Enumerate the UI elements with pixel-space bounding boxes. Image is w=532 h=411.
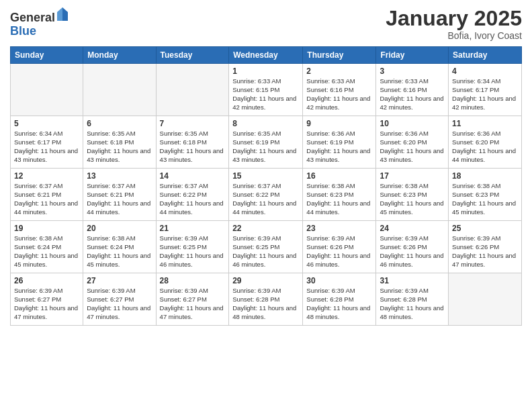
calendar-cell: 20Sunrise: 6:38 AM Sunset: 6:24 PM Dayli… — [83, 221, 156, 273]
day-info: Sunrise: 6:33 AM Sunset: 6:15 PM Dayligh… — [232, 77, 299, 111]
calendar-cell: 10Sunrise: 6:36 AM Sunset: 6:20 PM Dayli… — [376, 116, 449, 169]
location: Bofia, Ivory Coast — [386, 30, 522, 41]
day-info: Sunrise: 6:36 AM Sunset: 6:20 PM Dayligh… — [380, 130, 445, 164]
calendar-cell: 13Sunrise: 6:37 AM Sunset: 6:21 PM Dayli… — [83, 169, 156, 221]
day-number: 2 — [306, 66, 372, 76]
calendar-cell: 23Sunrise: 6:39 AM Sunset: 6:26 PM Dayli… — [303, 221, 376, 273]
calendar-cell: 2Sunrise: 6:33 AM Sunset: 6:16 PM Daylig… — [303, 64, 376, 116]
day-info: Sunrise: 6:39 AM Sunset: 6:27 PM Dayligh… — [160, 287, 226, 321]
day-info: Sunrise: 6:35 AM Sunset: 6:19 PM Dayligh… — [232, 130, 299, 164]
week-row-3: 12Sunrise: 6:37 AM Sunset: 6:21 PM Dayli… — [11, 169, 522, 221]
day-info: Sunrise: 6:39 AM Sunset: 6:26 PM Dayligh… — [452, 234, 518, 269]
calendar-header-row: SundayMondayTuesdayWednesdayThursdayFrid… — [11, 47, 522, 64]
day-info: Sunrise: 6:33 AM Sunset: 6:16 PM Dayligh… — [306, 77, 372, 111]
day-info: Sunrise: 6:37 AM Sunset: 6:22 PM Dayligh… — [232, 182, 299, 216]
day-number: 11 — [452, 119, 518, 128]
header: General Blue January 2025 Bofia, Ivory C… — [10, 7, 522, 41]
day-number: 20 — [87, 224, 152, 233]
calendar-cell: 19Sunrise: 6:38 AM Sunset: 6:24 PM Dayli… — [11, 221, 83, 273]
day-number: 25 — [452, 224, 518, 233]
calendar-cell: 6Sunrise: 6:35 AM Sunset: 6:18 PM Daylig… — [83, 116, 156, 169]
calendar-cell — [156, 64, 229, 116]
day-number: 3 — [380, 66, 445, 76]
calendar-cell: 31Sunrise: 6:39 AM Sunset: 6:28 PM Dayli… — [376, 273, 449, 326]
day-number: 10 — [380, 119, 445, 128]
calendar-cell — [11, 64, 83, 116]
day-number: 30 — [306, 276, 372, 285]
day-number: 28 — [160, 276, 226, 285]
logo-general: General — [10, 11, 55, 24]
calendar-cell: 22Sunrise: 6:39 AM Sunset: 6:25 PM Dayli… — [229, 221, 303, 273]
day-info: Sunrise: 6:39 AM Sunset: 6:26 PM Dayligh… — [306, 234, 372, 269]
day-info: Sunrise: 6:37 AM Sunset: 6:22 PM Dayligh… — [160, 182, 226, 216]
calendar-cell: 7Sunrise: 6:35 AM Sunset: 6:18 PM Daylig… — [156, 116, 229, 169]
day-number: 22 — [232, 224, 299, 233]
calendar-cell: 5Sunrise: 6:34 AM Sunset: 6:17 PM Daylig… — [11, 116, 83, 169]
day-info: Sunrise: 6:39 AM Sunset: 6:27 PM Dayligh… — [14, 287, 79, 321]
day-number: 16 — [306, 171, 372, 181]
calendar-cell: 21Sunrise: 6:39 AM Sunset: 6:25 PM Dayli… — [156, 221, 229, 273]
day-number: 13 — [87, 171, 152, 181]
day-number: 31 — [380, 276, 445, 285]
day-number: 5 — [14, 119, 79, 128]
day-info: Sunrise: 6:38 AM Sunset: 6:23 PM Dayligh… — [380, 182, 445, 216]
day-number: 1 — [232, 66, 299, 76]
calendar-cell: 18Sunrise: 6:38 AM Sunset: 6:23 PM Dayli… — [449, 169, 522, 221]
day-number: 12 — [14, 171, 79, 181]
day-number: 23 — [306, 224, 372, 233]
col-header-friday: Friday — [376, 47, 449, 64]
calendar-cell — [449, 273, 522, 326]
calendar-cell: 11Sunrise: 6:36 AM Sunset: 6:20 PM Dayli… — [449, 116, 522, 169]
calendar-cell: 25Sunrise: 6:39 AM Sunset: 6:26 PM Dayli… — [449, 221, 522, 273]
calendar-cell: 4Sunrise: 6:34 AM Sunset: 6:17 PM Daylig… — [449, 64, 522, 116]
day-info: Sunrise: 6:35 AM Sunset: 6:18 PM Dayligh… — [87, 130, 152, 164]
calendar: SundayMondayTuesdayWednesdayThursdayFrid… — [10, 46, 522, 326]
week-row-2: 5Sunrise: 6:34 AM Sunset: 6:17 PM Daylig… — [11, 116, 522, 169]
week-row-5: 26Sunrise: 6:39 AM Sunset: 6:27 PM Dayli… — [11, 273, 522, 326]
day-info: Sunrise: 6:33 AM Sunset: 6:16 PM Dayligh… — [380, 77, 445, 111]
day-info: Sunrise: 6:38 AM Sunset: 6:24 PM Dayligh… — [14, 234, 79, 269]
calendar-cell: 28Sunrise: 6:39 AM Sunset: 6:27 PM Dayli… — [156, 273, 229, 326]
day-info: Sunrise: 6:37 AM Sunset: 6:21 PM Dayligh… — [14, 182, 79, 216]
col-header-monday: Monday — [83, 47, 156, 64]
day-number: 8 — [232, 119, 299, 128]
day-info: Sunrise: 6:36 AM Sunset: 6:19 PM Dayligh… — [306, 130, 372, 164]
day-number: 18 — [452, 171, 518, 181]
day-info: Sunrise: 6:39 AM Sunset: 6:28 PM Dayligh… — [232, 287, 299, 321]
day-info: Sunrise: 6:39 AM Sunset: 6:25 PM Dayligh… — [160, 234, 226, 269]
col-header-sunday: Sunday — [11, 47, 83, 64]
logo-blue: Blue — [10, 24, 36, 38]
page: General Blue January 2025 Bofia, Ivory C… — [0, 0, 532, 411]
day-info: Sunrise: 6:39 AM Sunset: 6:26 PM Dayligh… — [380, 234, 445, 269]
calendar-cell: 26Sunrise: 6:39 AM Sunset: 6:27 PM Dayli… — [11, 273, 83, 326]
day-info: Sunrise: 6:38 AM Sunset: 6:23 PM Dayligh… — [306, 182, 372, 216]
day-number: 19 — [14, 224, 79, 233]
calendar-cell: 15Sunrise: 6:37 AM Sunset: 6:22 PM Dayli… — [229, 169, 303, 221]
month-title: January 2025 — [386, 7, 522, 30]
day-info: Sunrise: 6:39 AM Sunset: 6:25 PM Dayligh… — [232, 234, 299, 269]
logo: General Blue — [10, 7, 69, 38]
day-info: Sunrise: 6:34 AM Sunset: 6:17 PM Dayligh… — [14, 130, 79, 164]
calendar-cell: 14Sunrise: 6:37 AM Sunset: 6:22 PM Dayli… — [156, 169, 229, 221]
day-number: 14 — [160, 171, 226, 181]
day-number: 9 — [306, 119, 372, 128]
logo-icon — [56, 7, 69, 21]
day-number: 29 — [232, 276, 299, 285]
col-header-wednesday: Wednesday — [229, 47, 303, 64]
day-number: 6 — [87, 119, 152, 128]
day-number: 15 — [232, 171, 299, 181]
calendar-cell: 27Sunrise: 6:39 AM Sunset: 6:27 PM Dayli… — [83, 273, 156, 326]
day-info: Sunrise: 6:37 AM Sunset: 6:21 PM Dayligh… — [87, 182, 152, 216]
day-number: 17 — [380, 171, 445, 181]
calendar-cell: 9Sunrise: 6:36 AM Sunset: 6:19 PM Daylig… — [303, 116, 376, 169]
day-number: 4 — [452, 66, 518, 76]
day-info: Sunrise: 6:38 AM Sunset: 6:23 PM Dayligh… — [452, 182, 518, 216]
col-header-saturday: Saturday — [449, 47, 522, 64]
day-number: 27 — [87, 276, 152, 285]
title-block: January 2025 Bofia, Ivory Coast — [386, 7, 522, 41]
calendar-cell: 16Sunrise: 6:38 AM Sunset: 6:23 PM Dayli… — [303, 169, 376, 221]
calendar-cell: 29Sunrise: 6:39 AM Sunset: 6:28 PM Dayli… — [229, 273, 303, 326]
day-info: Sunrise: 6:39 AM Sunset: 6:27 PM Dayligh… — [87, 287, 152, 321]
week-row-4: 19Sunrise: 6:38 AM Sunset: 6:24 PM Dayli… — [11, 221, 522, 273]
col-header-tuesday: Tuesday — [156, 47, 229, 64]
